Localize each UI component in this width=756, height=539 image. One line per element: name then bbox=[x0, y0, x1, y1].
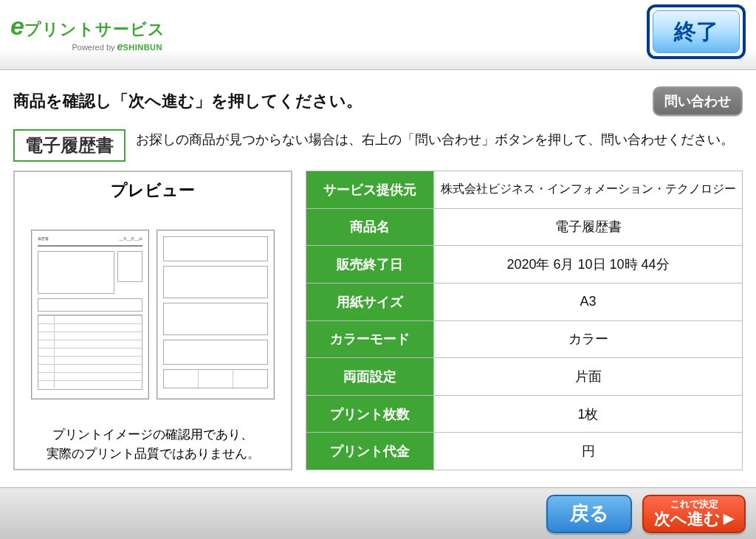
details-tbody: サービス提供元株式会社ビジネス・インフォメーション・テクノロジー商品名電子履歴書… bbox=[306, 171, 743, 470]
logo-e-icon: e bbox=[10, 13, 24, 38]
subheader: 商品を確認し「次へ進む」を押してください。 問い合わせ bbox=[0, 70, 756, 125]
preview-note-line1: プリントイメージの確認用であり、 bbox=[22, 425, 284, 444]
page-instruction: 商品を確認し「次へ進む」を押してください。 bbox=[13, 90, 362, 112]
detail-value: 1枚 bbox=[434, 395, 743, 433]
detail-label: カラーモード bbox=[306, 320, 434, 358]
table-row: プリント枚数1枚 bbox=[306, 395, 743, 433]
table-row: 用紙サイズA3 bbox=[306, 283, 743, 320]
details-table: サービス提供元株式会社ビジネス・インフォメーション・テクノロジー商品名電子履歴書… bbox=[306, 171, 743, 470]
exit-button-frame: 終了 bbox=[647, 4, 746, 59]
preview-note-line2: 実際のプリント品質ではありません。 bbox=[22, 444, 284, 464]
detail-label: 用紙サイズ bbox=[306, 283, 434, 320]
preview-image-area: 履歴書__年__月__日 bbox=[22, 207, 284, 421]
service-logo: e プリントサービス Powered by eSHINBUN bbox=[10, 13, 165, 52]
back-button[interactable]: 戻る bbox=[546, 495, 632, 533]
detail-label: プリント代金 bbox=[306, 433, 434, 470]
detail-label: プリント枚数 bbox=[306, 395, 434, 433]
logo-powered: Powered by bbox=[72, 43, 114, 52]
category-chip: 電子履歴書 bbox=[13, 129, 126, 162]
search-hint-text: お探しの商品が見つからない場合は、右上の「問い合わせ」ボタンを押して、問い合わせ… bbox=[136, 129, 743, 151]
detail-value: 2020年 6月 10日 10時 44分 bbox=[434, 246, 743, 284]
detail-label: サービス提供元 bbox=[306, 171, 434, 209]
preview-page-right bbox=[157, 230, 275, 399]
table-row: プリント代金円 bbox=[306, 433, 743, 470]
table-row: 販売終了日2020年 6月 10日 10時 44分 bbox=[306, 246, 743, 284]
detail-label: 販売終了日 bbox=[306, 246, 434, 284]
preview-page-left: 履歴書__年__月__日 bbox=[31, 230, 149, 399]
next-button-big: 次へ進む bbox=[654, 510, 721, 528]
logo-brand: SHINBUN bbox=[123, 43, 162, 52]
next-button-small: これで決定 bbox=[670, 499, 718, 509]
category-row: 電子履歴書 お探しの商品が見つからない場合は、右上の「問い合わせ」ボタンを押して… bbox=[0, 125, 756, 168]
logo-text: プリントサービス bbox=[24, 18, 165, 41]
arrow-right-icon: ▶ bbox=[724, 512, 734, 526]
exit-button[interactable]: 終了 bbox=[653, 10, 740, 53]
preview-title: プレビュー bbox=[22, 179, 284, 202]
content-columns: プレビュー 履歴書__年__月__日 bbox=[0, 168, 756, 470]
footer-bar: 戻る これで決定 次へ進む ▶ bbox=[0, 487, 756, 539]
detail-label: 両面設定 bbox=[306, 358, 434, 396]
detail-value: 円 bbox=[434, 433, 743, 470]
detail-value: 株式会社ビジネス・インフォメーション・テクノロジー bbox=[434, 171, 743, 209]
table-row: カラーモードカラー bbox=[306, 320, 743, 358]
header-bar: e プリントサービス Powered by eSHINBUN 終了 bbox=[0, 0, 756, 70]
detail-value: 片面 bbox=[434, 358, 743, 396]
detail-value: 電子履歴書 bbox=[434, 208, 743, 246]
next-button[interactable]: これで決定 次へ進む ▶ bbox=[642, 495, 746, 533]
detail-value: A3 bbox=[434, 283, 743, 320]
detail-value: カラー bbox=[434, 320, 743, 358]
preview-panel: プレビュー 履歴書__年__月__日 bbox=[13, 171, 292, 470]
detail-label: 商品名 bbox=[306, 208, 434, 246]
table-row: 両面設定片面 bbox=[306, 358, 743, 396]
table-row: 商品名電子履歴書 bbox=[306, 208, 743, 246]
inquiry-button[interactable]: 問い合わせ bbox=[653, 86, 743, 116]
table-row: サービス提供元株式会社ビジネス・インフォメーション・テクノロジー bbox=[306, 171, 743, 209]
preview-note: プリントイメージの確認用であり、 実際のプリント品質ではありません。 bbox=[22, 421, 284, 463]
